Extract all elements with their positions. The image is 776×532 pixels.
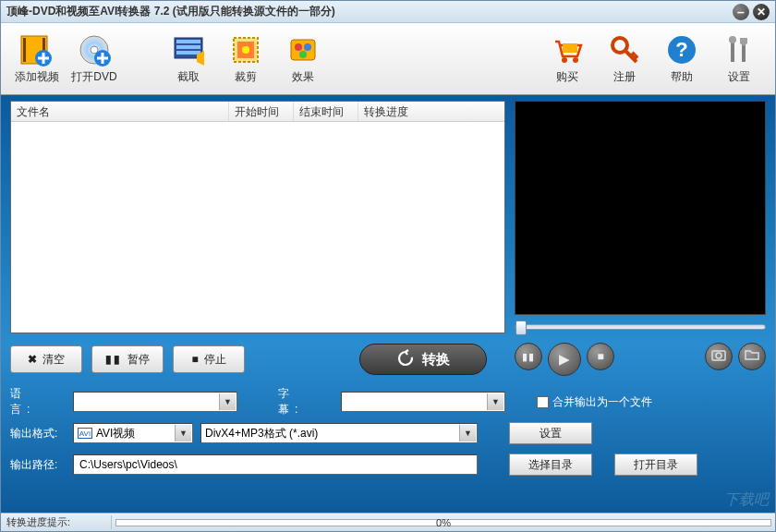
- capture-label: 截取: [177, 69, 200, 85]
- seek-thumb[interactable]: [515, 320, 527, 335]
- status-label: 转换进度提示:: [1, 515, 112, 529]
- stop-small-icon: ■: [597, 350, 603, 363]
- pause-small-icon: ▮▮: [522, 351, 535, 363]
- help-label: 帮助: [671, 69, 693, 85]
- play-icon: ▶: [559, 351, 570, 368]
- subtitle-combo[interactable]: ▼: [341, 392, 505, 412]
- app-window: 顶峰-DVD和视频至AVI转换器 7.2 (试用版只能转换源文件的一部分) – …: [0, 0, 776, 532]
- capture-button[interactable]: 截取: [160, 29, 217, 90]
- svg-rect-8: [176, 40, 200, 43]
- effect-label: 效果: [292, 69, 314, 85]
- minimize-button[interactable]: –: [733, 4, 749, 20]
- help-button[interactable]: ? 帮助: [653, 29, 710, 90]
- add-video-button[interactable]: 添加视频: [8, 29, 66, 90]
- pause-icon: ▮▮: [105, 353, 122, 366]
- svg-rect-10: [176, 51, 200, 54]
- out-path-label: 输出路径:: [10, 457, 66, 473]
- effect-button[interactable]: 效果: [274, 29, 332, 90]
- col-filename[interactable]: 文件名: [11, 102, 229, 121]
- camera-icon: [711, 347, 726, 366]
- crop-label: 裁剪: [235, 69, 257, 85]
- svg-point-19: [573, 57, 578, 63]
- output-path-field[interactable]: C:\Users\pc\Videos\: [73, 454, 478, 475]
- format-combo[interactable]: AVI AVI视频 ▼: [73, 423, 193, 443]
- language-label: 语 言:: [10, 386, 66, 417]
- file-list-header: 文件名 开始时间 结束时间 转换进度: [11, 102, 504, 122]
- crop-icon: [228, 32, 263, 67]
- dvd-icon: [77, 32, 112, 67]
- chevron-down-icon: ▼: [175, 425, 191, 441]
- language-combo[interactable]: ▼: [73, 392, 237, 412]
- crop-button[interactable]: 裁剪: [217, 29, 274, 90]
- codec-combo[interactable]: DivX4+MP3格式 (*.avi) ▼: [200, 423, 478, 443]
- convert-button[interactable]: 转换: [359, 344, 487, 375]
- checkbox-box: [537, 396, 549, 408]
- svg-rect-20: [563, 43, 577, 53]
- progress-bar: 0%: [112, 517, 775, 528]
- svg-point-17: [299, 51, 307, 58]
- open-folder-button[interactable]: [738, 343, 766, 370]
- subtitle-label: 字 幕:: [278, 386, 333, 417]
- svg-rect-1: [23, 38, 26, 62]
- chevron-down-icon: ▼: [487, 393, 503, 410]
- svg-point-25: [729, 36, 736, 43]
- open-dvd-label: 打开DVD: [71, 69, 116, 85]
- x-icon: ✖: [28, 353, 37, 366]
- video-preview: [515, 101, 766, 315]
- key-icon: [607, 32, 642, 67]
- add-video-label: 添加视频: [15, 69, 59, 85]
- refresh-icon: [396, 349, 415, 370]
- snapshot-button[interactable]: [705, 343, 733, 370]
- status-bar: 转换进度提示: 0%: [1, 513, 775, 531]
- stop-button[interactable]: ■ 停止: [173, 345, 245, 373]
- merge-checkbox[interactable]: 合并输出为一个文件: [537, 394, 652, 410]
- effect-icon: [285, 32, 321, 67]
- folder-icon: [745, 347, 759, 366]
- register-label: 注册: [613, 69, 636, 85]
- choose-dir-button[interactable]: 选择目录: [509, 453, 592, 476]
- col-start[interactable]: 开始时间: [229, 102, 294, 121]
- chevron-down-icon: ▼: [459, 425, 476, 441]
- main-area: 文件名 开始时间 结束时间 转换进度 ✖ 清空: [1, 95, 775, 513]
- format-settings-button[interactable]: 设置: [509, 422, 592, 444]
- capture-icon: [171, 32, 206, 67]
- open-dir-button[interactable]: 打开目录: [614, 453, 697, 476]
- svg-point-13: [242, 46, 249, 54]
- svg-point-28: [716, 353, 721, 358]
- avi-icon: AVI: [78, 428, 92, 439]
- open-dvd-button[interactable]: 打开DVD: [66, 29, 123, 90]
- chevron-down-icon: ▼: [219, 393, 236, 410]
- player-pause-button[interactable]: ▮▮: [515, 343, 542, 370]
- player-stop-button[interactable]: ■: [587, 343, 614, 370]
- svg-point-18: [562, 57, 567, 63]
- titlebar: 顶峰-DVD和视频至AVI转换器 7.2 (试用版只能转换源文件的一部分) – …: [1, 1, 775, 23]
- svg-point-16: [304, 43, 311, 51]
- preview-panel: [515, 101, 766, 333]
- window-title: 顶峰-DVD和视频至AVI转换器 7.2 (试用版只能转换源文件的一部分): [6, 4, 729, 19]
- main-toolbar: 添加视频 打开DVD 截取 裁剪 效果: [1, 23, 775, 95]
- settings-label: 设置: [728, 69, 750, 85]
- stop-icon: ■: [191, 353, 198, 366]
- out-format-label: 输出格式:: [10, 426, 66, 441]
- player-play-button[interactable]: ▶: [548, 343, 581, 376]
- clear-button[interactable]: ✖ 清空: [10, 345, 82, 373]
- pause-button[interactable]: ▮▮ 暂停: [91, 345, 164, 373]
- svg-text:?: ?: [675, 38, 687, 61]
- cart-icon: [550, 32, 585, 67]
- svg-rect-9: [176, 45, 200, 49]
- add-video-icon: [19, 32, 55, 67]
- svg-point-15: [295, 43, 302, 51]
- tools-icon: [721, 32, 757, 67]
- file-list-panel: 文件名 开始时间 结束时间 转换进度: [10, 101, 505, 333]
- buy-label: 购买: [556, 69, 578, 85]
- close-button[interactable]: ✕: [753, 4, 770, 20]
- settings-button[interactable]: 设置: [710, 29, 768, 90]
- progress-percent: 0%: [436, 517, 451, 528]
- buy-button[interactable]: 购买: [539, 29, 596, 90]
- help-icon: ?: [664, 32, 699, 67]
- seek-slider[interactable]: [515, 324, 766, 330]
- col-end[interactable]: 结束时间: [294, 102, 358, 121]
- col-progress[interactable]: 转换进度: [358, 102, 504, 121]
- register-button[interactable]: 注册: [596, 29, 653, 90]
- file-list-body[interactable]: [11, 122, 504, 332]
